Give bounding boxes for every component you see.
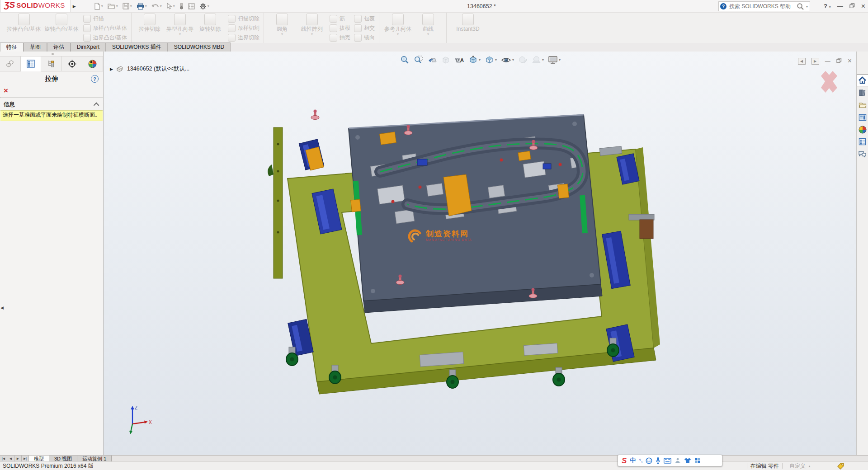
print-button[interactable]: ▾ [135, 2, 148, 11]
collapse-pane-left-icon[interactable]: ◀ [798, 58, 806, 65]
mirror-button[interactable]: 镜向 [354, 34, 375, 42]
panel-collapse-arrow-icon[interactable]: ◀ [0, 306, 4, 310]
swept-boss-button[interactable]: 扫描 [83, 15, 127, 23]
options-gear-button[interactable]: ▾ [198, 2, 211, 11]
forum-button[interactable] [857, 148, 868, 160]
panel-splitter-handle[interactable] [0, 52, 103, 56]
tab-solidworks-mbd[interactable]: SOLIDWORKS MBD [168, 42, 231, 52]
tab-configuration-manager[interactable] [41, 56, 62, 71]
info-group-header[interactable]: 信息 [0, 98, 103, 110]
ime-punctuation-button[interactable]: °, [639, 458, 642, 463]
part-name[interactable]: 13460652 (默认<<默认... [127, 65, 189, 73]
boundary-boss-button[interactable]: 边界凸台/基体 [83, 34, 127, 42]
properties-list-icon[interactable] [187, 2, 196, 10]
dropdown-caret-icon[interactable]: ▾ [281, 33, 283, 37]
doc-minimize-button[interactable]: — [825, 58, 830, 64]
boundary-cut-button[interactable]: 边界切除 [228, 34, 259, 42]
curves-button[interactable]: 曲线 ▾ [413, 13, 443, 37]
display-style-button[interactable]: ▾ [485, 55, 497, 65]
next-sheet-button[interactable]: ▶ [14, 456, 22, 462]
new-document-button[interactable]: ▾ [92, 2, 104, 11]
ime-toolbox-button[interactable] [694, 457, 701, 464]
pm-cancel-button[interactable]: × [0, 86, 103, 97]
tab-solidworks-addins[interactable]: SOLIDWORKS 插件 [106, 42, 168, 52]
undo-button[interactable]: ▾ [150, 2, 163, 10]
tab-3d-views[interactable]: 3D 视图 [49, 456, 77, 462]
previous-view-icon[interactable] [427, 56, 437, 65]
dropdown-caret-icon[interactable]: ▾ [512, 58, 514, 62]
rib-button[interactable]: 筋 [330, 15, 350, 23]
task-pane-home-button[interactable] [857, 74, 868, 86]
hide-show-items-button[interactable]: ▾ [501, 56, 514, 65]
ime-emoji-button[interactable] [646, 457, 652, 464]
graphics-viewport[interactable]: ▶ 13460652 (默认<<默认... A ▾ ▾ [104, 52, 856, 456]
dynamic-annotation-views-icon[interactable]: A [454, 56, 464, 65]
revolved-boss-button[interactable]: 旋转凸台/基体 [42, 13, 80, 33]
tab-features[interactable]: 特征 [0, 42, 24, 52]
doc-restore-button[interactable] [836, 58, 842, 64]
tab-property-manager[interactable] [21, 56, 42, 71]
pm-help-icon[interactable]: ? [91, 75, 99, 83]
tag-icon[interactable] [837, 463, 844, 470]
dropdown-caret-icon[interactable]: ▾ [101, 4, 103, 8]
ime-wardrobe-button[interactable] [684, 457, 691, 464]
instant3d-button[interactable]: Instant3D [450, 13, 486, 33]
restore-button[interactable] [849, 3, 855, 9]
design-library-button[interactable] [857, 87, 868, 99]
dropdown-caret-icon[interactable]: ▾ [542, 58, 544, 62]
flyout-feature-tree[interactable]: ▶ 13460652 (默认<<默认... [110, 65, 189, 73]
shell-button[interactable]: 抽壳 [330, 34, 350, 42]
dropdown-caret-icon[interactable]: ▾ [116, 4, 118, 8]
ime-voice-button[interactable] [656, 457, 660, 464]
help-search-box[interactable]: ? ▾ [718, 1, 810, 11]
intersect-button[interactable]: 相交 [354, 24, 375, 32]
collapse-chevron-icon[interactable] [94, 103, 99, 108]
view-palette-button[interactable] [857, 112, 868, 123]
help-menu-button[interactable]: ? ▾ [824, 3, 831, 9]
lofted-cut-button[interactable]: 放样切割 [228, 24, 259, 32]
extruded-cut-button[interactable]: 拉伸切除 [135, 13, 165, 33]
dropdown-caret-icon[interactable]: ▾ [130, 4, 132, 8]
ime-skin-button[interactable] [675, 457, 681, 464]
tab-evaluate[interactable]: 评估 [47, 42, 71, 52]
confirmation-corner-cancel-icon[interactable] [817, 70, 841, 95]
select-cursor-button[interactable]: ▾ [165, 2, 176, 10]
dropdown-caret-icon[interactable]: ▾ [145, 4, 147, 8]
hole-wizard-button[interactable]: 异型孔向导 ▾ [165, 13, 195, 37]
selection-filter-toggle-icon[interactable] [178, 2, 185, 10]
extruded-boss-button[interactable]: 拉伸凸台/基体 [5, 13, 42, 33]
dropdown-caret-icon[interactable]: ▾ [397, 33, 399, 37]
solidworks-logo[interactable]: ƷS SOLID WORKS [0, 0, 71, 12]
tab-sketch[interactable]: 草图 [24, 42, 47, 52]
tab-feature-tree[interactable] [0, 56, 21, 71]
last-sheet-button[interactable]: ▶| [22, 456, 29, 462]
tab-model[interactable]: 模型 [29, 456, 49, 462]
search-caret-icon[interactable]: ▾ [806, 5, 808, 9]
zoom-to-fit-icon[interactable] [400, 55, 410, 65]
dropdown-caret-icon[interactable]: ▾ [160, 4, 162, 8]
reference-geometry-button[interactable]: 参考几何体 ▾ [382, 13, 413, 37]
tab-dimxpert[interactable]: DimXpert [71, 42, 106, 52]
tab-motion-study[interactable]: 运动算例 1 [77, 456, 112, 462]
save-button[interactable]: ▾ [121, 2, 133, 10]
dropdown-caret-icon[interactable]: ▾ [559, 58, 561, 62]
first-sheet-button[interactable]: |◀ [0, 456, 7, 462]
view-settings-button[interactable]: ▾ [548, 56, 561, 65]
3d-model[interactable] [104, 52, 856, 456]
search-icon[interactable] [797, 3, 804, 10]
customize-button[interactable]: 自定义 [789, 462, 806, 470]
tab-dimxpert-manager[interactable] [62, 56, 83, 71]
ime-keyboard-button[interactable] [664, 458, 671, 464]
tree-expand-icon[interactable]: ▶ [110, 67, 113, 71]
minimize-button[interactable]: — [837, 3, 843, 9]
doc-close-button[interactable]: × [848, 57, 852, 65]
appearances-button[interactable] [857, 124, 868, 135]
dropdown-caret-icon[interactable]: ▾ [208, 4, 209, 8]
draft-button[interactable]: 拔模 [330, 24, 350, 32]
tab-display-manager[interactable] [82, 56, 103, 71]
dropdown-caret-icon[interactable]: ▾ [173, 4, 175, 8]
dropdown-caret-icon[interactable]: ▾ [479, 58, 481, 62]
close-button[interactable]: × [861, 2, 865, 10]
file-explorer-button[interactable] [857, 99, 868, 111]
lofted-boss-button[interactable]: 放样凸台/基体 [83, 24, 127, 32]
